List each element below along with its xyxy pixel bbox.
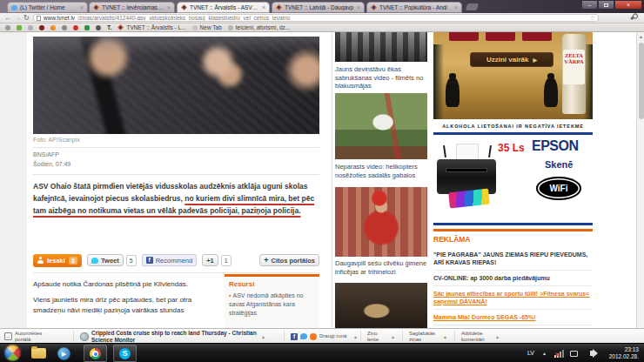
collapse-icon[interactable]: ▲ — [495, 334, 500, 339]
bookmark-newtab[interactable]: New Tab — [192, 24, 222, 30]
bookmark-tumblr[interactable]: T. — [107, 24, 111, 30]
tab-tvnet-popkultura[interactable]: TVNET :: Popkultūra - Andi × — [366, 2, 462, 13]
login-portal-button[interactable]: → Autorizēties portālā — [4, 329, 51, 344]
news-ticker[interactable]: Crippled Costa cruise ship to reach land… — [80, 329, 265, 344]
vertical-scrollbar[interactable]: ▲ ▼ — [636, 32, 644, 343]
answered-comments-button[interactable]: Atbildētie komentāri ▲ — [461, 329, 500, 344]
favicon-bookmark[interactable] — [50, 25, 56, 30]
scroll-up-icon[interactable]: ▲ — [637, 34, 644, 39]
news-thumb-butcher[interactable] — [335, 187, 427, 257]
skype-taskbar-button[interactable]: S — [113, 345, 137, 362]
chrome-taskbar-button[interactable] — [84, 345, 107, 362]
bookmark-teicieni[interactable]: teicieni, aforismi, dz... — [228, 24, 291, 30]
back-icon[interactable]: ← — [4, 13, 11, 23]
close-tab-icon[interactable]: × — [80, 5, 84, 10]
bookmark-tvnet[interactable]: TVNET :: Ārvalstīs - L... — [117, 24, 185, 30]
favicon-bookmark[interactable] — [28, 25, 33, 30]
draugiem-icon[interactable] — [310, 333, 317, 340]
close-tab-icon[interactable]: × — [357, 5, 360, 10]
reklama-item-link[interactable]: Mamma Mia! Dormeo SEGAS -65%! — [433, 310, 593, 325]
explorer-icon[interactable] — [31, 348, 46, 359]
close-tab-icon[interactable]: × — [167, 5, 171, 10]
news-thumb-helicopter[interactable] — [335, 93, 427, 159]
news-thumb-building-collapse[interactable] — [335, 32, 427, 62]
reklama-item[interactable]: "PIE PAGRABA" JAUNS ZIEMAS RIEPU PIEVEDU… — [433, 247, 593, 271]
new-tab-button[interactable] — [466, 3, 480, 10]
news-title[interactable]: Jauns deviņstāvu ēkas sabrukšanas video … — [335, 65, 427, 90]
favicon-bookmark[interactable] — [5, 25, 10, 30]
facebook-icon[interactable]: f — [291, 333, 298, 340]
facebook-recommend-button[interactable]: f Recommend — [142, 254, 198, 266]
window-minimize-button[interactable]: – — [581, 0, 598, 10]
zinu-lente-button[interactable]: Ziņu lente ▲ — [367, 329, 395, 344]
collapse-icon[interactable]: ▲ — [443, 334, 447, 339]
reload-icon[interactable]: ↻ — [23, 13, 30, 23]
answered-comments-label: Atbildētie komentāri — [461, 331, 493, 343]
favicon-bookmark[interactable] — [62, 25, 67, 30]
login-icon: → — [4, 332, 12, 340]
news-thumb-animal[interactable] — [335, 283, 427, 328]
social-share-row: Iesaki 3 Tweet 5 f Recommend +1 1 + — [33, 252, 319, 268]
wrench-menu-icon[interactable] — [630, 14, 637, 20]
tab-tvnet-arvalstis-active[interactable]: TVNET :: Ārvalstīs - ASV vid × — [177, 2, 270, 13]
hidden-icons-icon[interactable]: ▲ — [542, 351, 547, 356]
photo-texture — [33, 37, 319, 134]
news-title[interactable]: Daugavpilī sešu cilvēku ģimene inficējas… — [335, 259, 427, 276]
favicon-bookmark[interactable] — [96, 25, 101, 30]
tab-tvnet-latvija[interactable]: TVNET :: Latvijā - Daugavp × — [272, 2, 365, 13]
close-tab-icon[interactable]: × — [262, 5, 265, 10]
draugi-runa-label[interactable]: Draugi runā — [319, 333, 351, 339]
address-bar[interactable]: www.tvnet.lv/zinas/arvalstis/412440-asv_… — [33, 14, 599, 22]
learn-more-button[interactable]: Uzzini vairāk ▶ — [470, 52, 553, 67]
collapse-icon[interactable]: ▲ — [353, 334, 358, 339]
ad-frame-left — [433, 44, 444, 119]
favicon-bookmark[interactable] — [73, 25, 78, 30]
favicon-bookmark[interactable] — [17, 25, 22, 30]
ticker-headline[interactable]: Crippled Costa cruise ship to reach land… — [91, 330, 258, 344]
reklama-item[interactable]: CV-ONLINE: ap 3000 darba piedāvājumu — [433, 271, 593, 286]
globe-icon — [80, 332, 89, 341]
media-player-icon[interactable]: ▶ — [57, 347, 70, 360]
tab-twitter[interactable]: (L) Twitter / Home × — [7, 2, 88, 13]
other-portals-button[interactable]: + Citos portālos — [259, 254, 319, 266]
draugiem-share-button[interactable]: Iesaki 3 — [33, 254, 82, 267]
battery-icon[interactable] — [570, 351, 578, 357]
page-icon — [192, 25, 198, 30]
news-link[interactable]: Jauns deviņstāvu ēkas sabrukšanas video … — [335, 65, 423, 90]
saved-news-label: Saglabātās ziņas — [409, 331, 440, 343]
bookmark-star-icon[interactable]: ☆ — [590, 15, 595, 22]
start-button[interactable] — [4, 345, 21, 361]
epson-tagline: Skenē — [545, 159, 573, 170]
twitter-icon[interactable] — [300, 333, 307, 339]
login-label: Autorizēties portālā — [15, 331, 51, 343]
favicon-bookmark[interactable] — [84, 25, 90, 30]
window-close-button[interactable]: × — [614, 0, 642, 10]
news-title[interactable]: Neparasts video: helikopters nosēžoties … — [335, 163, 427, 179]
reklama-item-link[interactable]: Sāc jaunas attiecības ar sportu tūlīt! >… — [433, 286, 593, 310]
taskbar-clock[interactable]: 23:13 2012.02.28. — [599, 346, 639, 360]
news-link[interactable]: Neparasts video: helikopters nosēžoties … — [335, 163, 418, 179]
forward-icon[interactable]: → — [14, 13, 21, 23]
resource-link[interactable]: ▪ASV nedomā atkāpties no savas Afganistā… — [229, 292, 315, 318]
zelta-varpa-ad[interactable]: Uzzini vairāk ▶ ZELTA VĀRPA — [433, 32, 593, 119]
scrollbar-thumb[interactable] — [639, 43, 644, 119]
tweet-button[interactable]: Tweet — [87, 254, 124, 266]
maximize-icon — [604, 3, 608, 7]
collapse-icon[interactable]: ▲ — [261, 334, 265, 339]
tweet-label: Tweet — [101, 257, 119, 265]
wifi-logo: WiFi — [536, 177, 581, 200]
saved-news-button[interactable]: Saglabātās ziņas ▲ — [409, 329, 447, 344]
photo-credit: Foto: AP/Scanpix — [33, 137, 80, 143]
news-link[interactable]: Daugavpilī sešu cilvēku ģimene inficējas… — [335, 259, 426, 276]
google-plus-one-button[interactable]: +1 — [202, 254, 218, 266]
window-maximize-button[interactable] — [598, 0, 614, 10]
close-tab-icon[interactable]: × — [454, 5, 458, 10]
collapse-icon[interactable]: ▲ — [391, 334, 395, 339]
favicon-bookmark[interactable] — [39, 25, 44, 30]
tab-tvnet-ievrojamas[interactable]: TVNET :: Ievērojamas ziņas × — [89, 2, 175, 13]
language-indicator[interactable]: LV — [527, 350, 534, 356]
article-lead: ASV Ohaio štatā pirmdien vietējās viduss… — [33, 180, 319, 217]
epson-ad[interactable]: 35 Ls EPSON Skenē WiFi — [433, 132, 593, 225]
speaker-icon[interactable] — [590, 351, 594, 356]
draugiem-count: 3 — [69, 257, 77, 265]
